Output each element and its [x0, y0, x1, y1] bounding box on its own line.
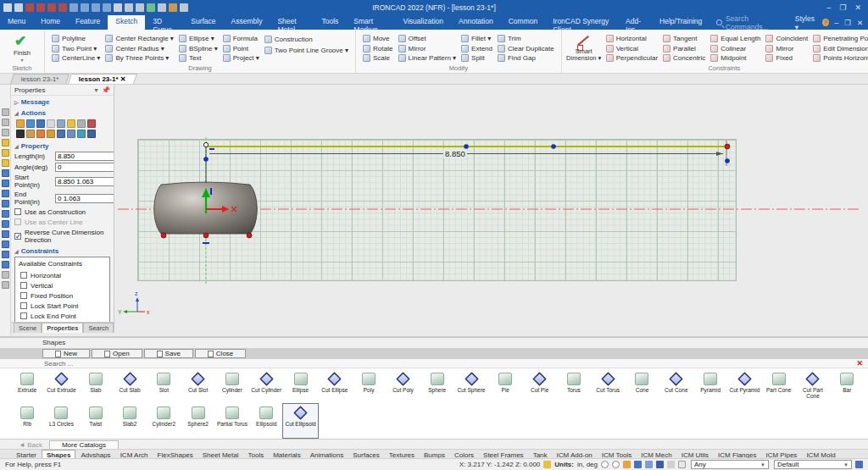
strip-tool-icon-14[interactable]	[2, 251, 9, 258]
catalog-item-torus[interactable]: Torus	[557, 370, 591, 404]
checkbox-reverse-curve-dimension-direction[interactable]: ✓Reverse Curve Dimension Direction	[11, 227, 114, 245]
action-icon-4[interactable]	[57, 119, 65, 128]
menu-item-tools[interactable]: Tools	[314, 15, 347, 30]
action-icon-3[interactable]	[47, 119, 55, 128]
command-search[interactable]: Search Commands...	[709, 15, 794, 30]
menu-item-feature[interactable]: Feature	[68, 15, 108, 30]
line-end-handle[interactable]	[725, 144, 730, 149]
field-input-angle-deg[interactable]	[55, 163, 114, 172]
strip-tool-icon-8[interactable]	[2, 190, 9, 197]
point-handle[interactable]	[725, 158, 730, 163]
point-handle[interactable]	[203, 157, 209, 162]
ribbon-item-centerline[interactable]: CenterLine ▾	[49, 53, 103, 63]
catalog-item-sphere[interactable]: Sphere	[420, 370, 454, 404]
ribbon-item-midpoint[interactable]: Midpoint	[708, 53, 763, 63]
ribbon-item-project[interactable]: Project ▾	[220, 53, 262, 63]
checkbox-use-as-center-line[interactable]: Use as Center Line	[11, 217, 114, 227]
action-icon-13[interactable]	[67, 130, 75, 138]
menu-item-sketch[interactable]: Sketch	[108, 15, 145, 30]
catalog-item-cut-ellipsoid[interactable]: Cut Ellipsoid	[283, 404, 317, 438]
ribbon-item-polyline[interactable]: Polyline	[49, 34, 103, 43]
ribbon-item-perpendicular[interactable]: Perpendicular	[604, 53, 660, 63]
smart-dimension-button[interactable]: Smart Dimension ▾	[566, 32, 602, 63]
action-icon-10[interactable]	[36, 130, 45, 138]
catalog-item-cut-part-cone[interactable]: Cut Part Cone	[796, 370, 830, 404]
strip-tool-icon-10[interactable]	[2, 210, 9, 218]
ribbon-item-fillet[interactable]: Fillet ▾	[459, 34, 495, 43]
action-icon-6[interactable]	[77, 119, 86, 128]
catalog-item-cut-pie[interactable]: Cut Pie	[522, 370, 556, 404]
menu-item-annotation[interactable]: Annotation	[451, 15, 501, 30]
catalog-item-rib[interactable]: Rib	[10, 404, 44, 438]
action-icon-0[interactable]	[16, 119, 25, 128]
ribbon-item-edit-dimension[interactable]: Edit Dimension	[810, 44, 868, 53]
menu-item-assembly[interactable]: Assembly	[224, 15, 270, 30]
ribbon-item-center-rectangle[interactable]: Center Rectangle ▾	[103, 34, 176, 43]
ribbon-item-split[interactable]: Split	[459, 53, 495, 63]
strip-tool-icon-16[interactable]	[2, 271, 9, 279]
red-point-handle[interactable]	[203, 233, 209, 238]
ribbon-minimize-icon[interactable]: –	[835, 19, 839, 27]
catalog-item-cut-cylinder[interactable]: Cut Cylinder	[249, 370, 283, 404]
ribbon-item-bspline[interactable]: BSpline ▾	[176, 44, 220, 53]
point-handle[interactable]	[551, 144, 556, 149]
checkbox-lock-end-point[interactable]: Lock End Point	[17, 311, 108, 321]
catalog-item-slab[interactable]: Slab	[79, 370, 113, 404]
window-restore-icon[interactable]: ❐	[844, 19, 851, 27]
action-icon-5[interactable]	[67, 119, 75, 128]
ribbon-item-point[interactable]: Point	[220, 44, 262, 53]
ribbon-item-concentric[interactable]: Concentric	[660, 53, 708, 63]
strip-tool-icon-1[interactable]	[2, 119, 9, 126]
camera-icon[interactable]	[645, 461, 653, 468]
session-icon[interactable]	[855, 461, 863, 468]
checkbox-horizontal[interactable]: Horizontal	[17, 270, 108, 280]
help-icon[interactable]: ?	[822, 19, 829, 26]
ribbon-item-vertical[interactable]: Vertical	[604, 44, 660, 53]
strip-tool-icon-13[interactable]	[2, 241, 9, 248]
action-icon-14[interactable]	[77, 130, 86, 138]
strip-tool-icon-3[interactable]	[2, 139, 9, 147]
catalog-item-poly[interactable]: Poly	[352, 370, 386, 404]
strip-tool-icon-9[interactable]	[2, 200, 9, 207]
constraints-section-header[interactable]: ◢Constraints	[11, 245, 114, 256]
ribbon-item-center-radius[interactable]: Center Radius ▾	[103, 44, 176, 53]
menu-item-menu[interactable]: Menu	[0, 15, 33, 30]
catalog-item-cut-poly[interactable]: Cut Poly	[386, 370, 420, 404]
property-section-header[interactable]: ◢Property	[11, 140, 114, 151]
catalog-item-cut-pyramid[interactable]: Cut Pyramid	[727, 370, 761, 404]
close-icon[interactable]: ✕	[854, 3, 861, 12]
ribbon-item-rotate[interactable]: Rotate	[360, 44, 396, 53]
action-icon-7[interactable]	[87, 119, 96, 128]
strip-tool-icon-11[interactable]	[2, 220, 9, 228]
ribbon-item-find-gap[interactable]: Find Gap	[495, 53, 557, 63]
strip-tool-icon-4[interactable]	[2, 149, 9, 157]
menu-item-ironcad-synergy-client[interactable]: IronCAD Synergy Client	[545, 15, 618, 30]
catalog-item-cone[interactable]: Cone	[625, 370, 659, 404]
menu-item-visualization[interactable]: Visualization	[395, 15, 451, 30]
catalog-item-bar[interactable]: Bar	[830, 370, 864, 404]
ribbon-item-two-point-line-groove[interactable]: Two Point Line Groove ▾	[262, 45, 351, 55]
menu-item-3d-curve[interactable]: 3D Curve	[145, 15, 183, 30]
menu-item-home[interactable]: Home	[33, 15, 68, 30]
ribbon-item-tangent[interactable]: Tangent	[660, 34, 708, 43]
field-input-end-point-in[interactable]	[55, 194, 114, 203]
strip-tool-icon-6[interactable]	[2, 169, 9, 177]
field-input-start-point-in[interactable]	[55, 177, 114, 186]
action-icon-12[interactable]	[57, 130, 65, 138]
catalog-item-cut-ellipse[interactable]: Cut Ellipse	[318, 370, 352, 404]
new-shape-icon[interactable]	[623, 461, 631, 468]
ribbon-item-clear-duplicate[interactable]: Clear Duplicate	[495, 44, 557, 53]
ribbon-item-formula[interactable]: Formula	[220, 34, 262, 43]
catalog-save-button[interactable]: Save	[144, 349, 193, 358]
ribbon-item-by-three-points[interactable]: By Three Points ▾	[103, 53, 176, 63]
strip-tool-icon-5[interactable]	[2, 159, 9, 167]
ribbon-item-text[interactable]: Text	[176, 53, 220, 63]
menu-item-sheet-metal[interactable]: Sheet Metal	[270, 15, 314, 30]
catalog-item-cut-torus[interactable]: Cut Torus	[591, 370, 625, 404]
catalog-item-sphere2[interactable]: Sphere2	[181, 404, 214, 438]
catalog-item-pyramid[interactable]: Pyramid	[693, 370, 727, 404]
dimension-value[interactable]: 8.850	[443, 149, 467, 158]
sketch-geometry[interactable]: z Y x	[114, 85, 868, 336]
strip-tool-icon-7[interactable]	[2, 180, 9, 187]
configuration-dropdown[interactable]: Default▼	[774, 460, 852, 469]
